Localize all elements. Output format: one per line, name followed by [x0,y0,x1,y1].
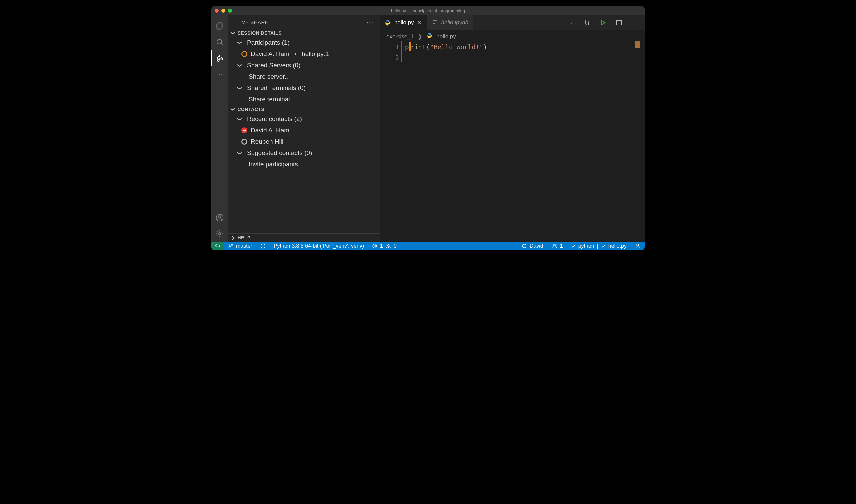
recent-contacts-row[interactable]: ❯ Recent contacts (2) [228,113,380,125]
editor-group: hello.py ✕ hello.ipynb [380,15,645,242]
feedback-icon[interactable] [631,243,645,249]
tab-hello-ipynb[interactable]: hello.ipynb [427,15,473,30]
account-icon[interactable] [211,210,228,226]
recent-contacts-label: Recent contacts (2) [247,115,302,123]
maximize-window-button[interactable] [228,9,232,13]
participant-location: hello.py:1 [302,50,329,58]
code-content[interactable]: print("Hello World!") [405,41,635,242]
titlebar: hello.py — principles_of_programming [211,6,645,15]
window-controls [215,9,232,13]
liveshare-user: David [530,243,543,249]
workbench-body: ··· LIVE SHARE ··· ❯ SESSION DETAILS [211,15,645,242]
notebook-file-icon [431,19,438,27]
language-mode[interactable]: python | hello.py [567,243,631,249]
chevron-down-icon: ❯ [231,31,235,35]
shared-terminals-row[interactable]: ❯ Shared Terminals (0) [228,82,380,94]
participant-item[interactable]: David A. Ham hello.py:1 [228,48,380,60]
breadcrumb-folder[interactable]: exercise_1 [386,33,414,40]
settings-gear-icon[interactable] [211,226,228,242]
python-interpreter[interactable]: Python 3.8.5 64-bit ('PoP_venv': venv) [270,243,368,249]
svg-point-15 [229,247,230,248]
python-file-icon [384,19,391,26]
share-terminal-item[interactable]: Share terminal... [228,94,380,105]
status-separator: | [597,243,598,249]
line-number: 1 [380,42,399,52]
help-section: ❯ HELP [228,233,380,242]
contact-item-offline[interactable]: Reuben Hill [228,136,380,147]
chevron-right-icon: ❯ [231,235,235,240]
svg-point-6 [219,216,221,218]
share-server-item[interactable]: Share server... [228,71,380,82]
contacts-section: ❯ CONTACTS ❯ Recent contacts (2) David A… [228,105,380,170]
help-header[interactable]: ❯ HELP [228,234,380,242]
live-share-icon[interactable] [211,50,228,66]
do-not-disturb-icon [241,127,247,133]
minimap[interactable] [635,41,640,242]
explorer-icon[interactable] [211,18,228,34]
close-window-button[interactable] [215,9,219,13]
more-actions-icon[interactable]: ··· [631,19,639,26]
remote-indicator[interactable] [211,242,224,250]
svg-point-23 [553,244,554,246]
svg-point-2 [217,39,222,44]
session-details-header[interactable]: ❯ SESSION DETAILS [228,29,380,37]
vscode-window: hello.py — principles_of_programming ··· [211,6,645,250]
close-tab-icon[interactable]: ✕ [417,20,422,26]
help-label: HELP [238,235,251,240]
share-server-label: Share server... [249,73,290,80]
participants-status[interactable]: 1 [547,243,567,249]
chevron-down-icon: ❯ [237,64,242,67]
contact-item-busy[interactable]: David A. Ham [228,125,380,136]
language-label: python [578,243,594,249]
liveshare-status[interactable]: David [518,243,547,249]
chevron-down-icon: ❯ [237,86,242,90]
split-editor-icon[interactable] [615,19,623,26]
minimap-region [635,41,640,48]
problems-indicator[interactable]: 1 0 [368,243,401,249]
participants-label: Participants (1) [247,39,290,46]
participants-count: 1 [560,243,563,249]
status-bar: master Python 3.8.5 64-bit ('PoP_venv': … [211,242,645,250]
breadcrumb[interactable]: exercise_1 ❯ hello.py [380,30,645,41]
presence-offline-icon [241,139,247,145]
suggested-contacts-row[interactable]: ❯ Suggested contacts (0) [228,147,380,159]
breadcrumb-file[interactable]: hello.py [436,33,456,40]
svg-marker-11 [601,20,605,25]
more-views-icon[interactable]: ··· [211,66,228,82]
error-count: 1 [380,243,383,249]
tab-hello-py[interactable]: hello.py ✕ [380,15,427,30]
svg-point-4 [217,60,219,61]
run-icon[interactable] [599,19,607,26]
search-icon[interactable] [211,34,228,50]
python-file-icon [426,33,432,40]
share-terminal-label: Share terminal... [249,96,295,103]
breadcrumb-separator-icon: ❯ [418,33,422,40]
session-details-section: ❯ SESSION DETAILS ❯ Participants (1) Dav… [228,29,380,105]
line-number-gutter: 1 2 [380,41,405,242]
suggested-contacts-label: Suggested contacts (0) [247,149,312,157]
git-branch-indicator[interactable]: master [224,243,256,249]
sync-button[interactable] [256,243,270,249]
svg-line-3 [221,43,223,45]
overview-ruler[interactable] [640,41,645,242]
contacts-label: CONTACTS [238,107,265,112]
sidebar-header: LIVE SHARE ··· [228,15,380,29]
participant-name: David A. Ham [251,50,289,58]
compare-changes-icon[interactable] [583,19,591,26]
minimize-window-button[interactable] [221,9,225,13]
session-details-label: SESSION DETAILS [238,30,282,36]
sidebar-more-icon[interactable]: ··· [367,19,374,26]
contact-name: David A. Ham [251,127,289,134]
code-line[interactable]: print("Hello World!") [405,42,635,52]
shared-terminals-label: Shared Terminals (0) [247,84,306,92]
shared-servers-label: Shared Servers (0) [247,62,301,69]
invite-participants-item[interactable]: Invite participants... [228,159,380,170]
code-editor[interactable]: 1 2 print("Hello World!") [380,41,645,242]
contacts-header[interactable]: ❯ CONTACTS [228,105,380,113]
participants-row[interactable]: ❯ Participants (1) [228,37,380,48]
pin-icon[interactable] [567,19,575,26]
shared-servers-row[interactable]: ❯ Shared Servers (0) [228,60,380,71]
sidebar: LIVE SHARE ··· ❯ SESSION DETAILS ❯ Parti… [228,15,380,242]
bullet-separator [295,53,296,55]
svg-point-7 [219,233,221,235]
